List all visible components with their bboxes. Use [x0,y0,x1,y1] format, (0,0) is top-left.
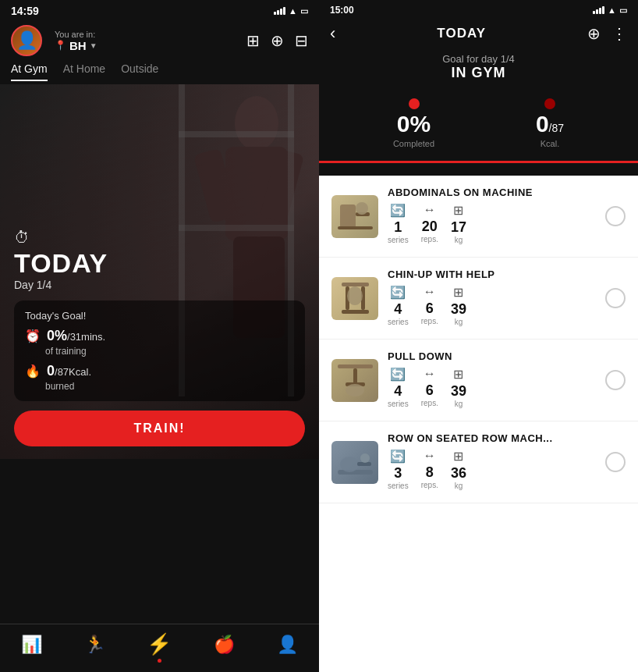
abdominals-machine-icon [334,197,377,236]
kcal-dot [544,98,555,109]
goal-time-row: ⏰ 0%/31mins. [25,328,294,344]
reps-label-2: reps. [421,317,438,325]
kcal-value: 0/87 [536,111,564,137]
back-button[interactable]: ‹ [330,23,335,44]
exercise-image-chinup [331,277,378,320]
you-are-in-label: You are in: [55,30,97,39]
clock-icon: ⏰ [25,329,41,343]
series-metric-2: 🔄 4 series [388,285,409,326]
reps-value-4: 8 [426,464,434,481]
left-status-icons: ▲ ▭ [274,6,308,16]
goal-kcal-row: 🔥 0/87Kcal. [25,363,294,379]
kg-value: 17 [451,219,466,236]
kg-value-3: 39 [451,383,466,400]
reps-icon-4: ↔ [424,449,436,463]
bottom-nav-lightning[interactable]: ⚡ [147,632,172,656]
reps-label: reps. [421,235,438,244]
exercise-info-chinup: CHIN-UP WITH HELP 🔄 4 series ↔ 6 reps. [388,268,596,328]
exercise-checkbox-row[interactable] [605,452,626,472]
kcal-stat: 0/87 Kcal. [536,98,564,148]
exercise-metrics-pulldown: 🔄 4 series ↔ 6 reps. ⊞ 39 kg [388,367,596,408]
chevron-down-icon: ▼ [90,41,97,50]
exercise-checkbox-chinup[interactable] [605,288,626,308]
kg-metric-3: ⊞ 39 kg [451,367,466,408]
avatar: 👤 [11,25,42,56]
reps-value-3: 6 [426,382,434,399]
series-value: 1 [394,219,402,236]
goal-day-text: Goal for day 1/4 [319,53,638,65]
location-info: You are in: 📍 BH ▼ [55,30,97,52]
svg-rect-10 [340,204,356,228]
signal-icon [274,7,285,15]
series-metric: 🔄 1 series [388,203,409,244]
exercise-info-pulldown: PULL DOWN 🔄 4 series ↔ 6 reps. [388,350,596,410]
series-label-2: series [388,318,409,326]
exercise-item: ABDOMINALS ON MACHINE 🔄 1 series ↔ 20 re… [319,176,638,258]
series-icon: 🔄 [390,203,406,218]
series-icon-3: 🔄 [390,367,406,382]
location-name[interactable]: 📍 BH ▼ [55,39,97,52]
exercise-checkbox-pulldown[interactable] [605,370,626,390]
wifi-icon: ▲ [289,6,297,16]
series-icon-2: 🔄 [390,285,406,300]
exercise-checkbox-abdominals[interactable] [605,206,626,226]
exercise-item: ROW ON SEATED ROW MACH... 🔄 3 series ↔ 8… [319,421,638,503]
add-person-icon[interactable]: ⊕ [271,31,284,50]
reps-label-4: reps. [421,481,438,489]
right-stats-row: 0% Completed 0/87 Kcal. [319,91,638,161]
right-time: 15:00 [330,5,354,16]
exercise-name-abdominals: ABDOMINALS ON MACHINE [388,187,596,198]
reps-icon-2: ↔ [424,285,436,299]
svg-rect-13 [338,226,373,229]
svg-rect-14 [342,283,369,286]
of-training-label: of training [45,346,294,357]
activity-icon: 🏃 [84,635,105,655]
flame-icon: 🔥 [25,364,41,379]
add-workout-icon[interactable]: ⊕ [587,24,601,43]
tab-outside[interactable]: Outside [121,62,158,81]
series-value-4: 3 [394,465,402,482]
kg-value-2: 39 [451,301,466,318]
pulldown-machine-icon [334,361,377,400]
nutrition-icon: 🍎 [214,635,235,655]
reps-metric-3: ↔ 6 reps. [421,367,438,408]
more-options-icon[interactable]: ⋮ [611,24,627,43]
train-button[interactable]: TRAIN! [14,411,305,446]
hero-day-label: Day 1/4 [14,279,305,291]
goal-type-label: IN GYM [319,65,638,81]
reps-metric-2: ↔ 6 reps. [421,285,438,326]
lightning-icon: ⚡ [147,632,172,656]
bottom-nav-activity[interactable]: 🏃 [84,635,105,655]
svg-rect-23 [338,470,373,475]
reps-icon: ↔ [424,203,436,217]
exercise-metrics-abdominals: 🔄 1 series ↔ 20 reps. ⊞ 17 kg [388,203,596,244]
kg-metric-2: ⊞ 39 kg [451,285,466,326]
reps-value: 20 [422,219,438,235]
series-label: series [388,236,409,244]
weight-icon-4: ⊞ [453,449,463,464]
exercise-item: PULL DOWN 🔄 4 series ↔ 6 reps. [319,340,638,421]
qr-icon[interactable]: ⊞ [246,31,260,50]
left-time: 14:59 [11,5,39,17]
right-status-icons: ▲ ▭ [593,5,627,16]
svg-point-26 [360,453,370,463]
right-header-icons: ⊕ ⋮ [587,24,627,43]
exercise-item: CHIN-UP WITH HELP 🔄 4 series ↔ 6 reps. [319,258,638,340]
right-wifi-icon: ▲ [608,5,616,15]
grid-icon[interactable]: ⊟ [295,31,308,50]
svg-point-24 [340,457,359,472]
tab-at-home[interactable]: At Home [63,62,105,81]
battery-icon: ▭ [300,6,308,16]
reps-icon-3: ↔ [424,367,436,381]
svg-point-12 [356,202,368,215]
bottom-nav-profile[interactable]: 👤 [277,635,298,655]
kg-label-3: kg [455,400,463,408]
right-signal-icon [593,6,604,14]
tab-at-gym[interactable]: At Gym [11,62,48,81]
bottom-nav-stats[interactable]: 📊 [21,635,42,655]
kg-label-4: kg [455,482,463,490]
bottom-nav-nutrition[interactable]: 🍎 [214,635,235,655]
series-label-3: series [388,400,409,408]
series-icon-4: 🔄 [390,449,406,464]
exercise-name-pulldown: PULL DOWN [388,350,596,362]
